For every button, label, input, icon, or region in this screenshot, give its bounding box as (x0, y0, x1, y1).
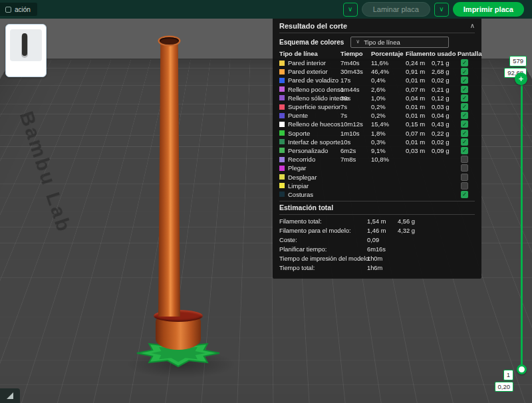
line-type-color-swatch (279, 113, 285, 118)
bambu-studio-window: ación ∨ Laminar placa ∨ Imprimir placa B… (0, 0, 532, 403)
filament-weight-cell: 0,04 g (432, 112, 458, 119)
chevron-down-icon: ∨ (439, 6, 444, 13)
chevron-down-icon: ∨ (356, 39, 360, 45)
visibility-checkbox[interactable]: ✓ (461, 120, 468, 128)
line-type-row: Plegar (279, 164, 475, 172)
visibility-checkbox[interactable] (461, 156, 468, 163)
visibility-cell: ✓ (458, 86, 475, 93)
visibility-cell: ✓ (458, 120, 475, 128)
visibility-cell: ✓ (458, 94, 475, 102)
total-value-1: 1,46 m (367, 227, 398, 234)
add-color-change-button[interactable]: + (515, 72, 527, 85)
visibility-cell: ✓ (458, 59, 475, 67)
totals-title: Estimación total (279, 203, 475, 212)
top-bar: ación ∨ Laminar placa ∨ Imprimir placa (0, 0, 532, 19)
visibility-checkbox[interactable] (461, 174, 468, 181)
percentage-cell: 46,4% (371, 68, 406, 75)
time-cell: 6m2s (340, 147, 371, 154)
model-top-opening (160, 37, 179, 45)
divider (279, 33, 475, 33)
line-type-label: Plegar (288, 164, 306, 172)
time-cell: 7m40s (340, 59, 371, 67)
slice-plate-button[interactable]: Laminar placa (362, 2, 430, 17)
visibility-checkbox[interactable]: ✓ (461, 59, 468, 67)
line-type-name-cell: Desplegar (279, 174, 340, 181)
layer-slider-bottom-handle[interactable] (517, 364, 527, 374)
line-type-name-cell: Plegar (279, 164, 340, 172)
measure-tool-button[interactable] (0, 388, 20, 403)
line-type-name-cell: Costuras (279, 191, 340, 198)
bottom-layer-height: 0,20 (495, 382, 514, 392)
preview-tab[interactable]: ación (0, 3, 37, 16)
divider (279, 214, 475, 215)
visibility-checkbox[interactable]: ✓ (461, 94, 468, 102)
line-type-color-swatch (279, 86, 285, 92)
line-type-color-swatch (279, 122, 285, 127)
line-type-name-cell: Pared de voladizo (279, 76, 340, 84)
visibility-checkbox[interactable]: ✓ (461, 130, 468, 137)
total-label: Filamento total: (279, 218, 367, 225)
line-type-color-swatch (279, 95, 285, 100)
layer-slider-track[interactable] (521, 80, 523, 368)
visibility-checkbox[interactable]: ✓ (461, 191, 468, 198)
visibility-cell: ✓ (458, 191, 475, 198)
line-type-color-swatch (279, 104, 285, 110)
line-type-color-swatch (279, 166, 285, 171)
model-cylinder[interactable] (158, 41, 180, 317)
print-plate-button[interactable]: Imprimir placa (453, 2, 524, 17)
line-type-color-swatch (279, 183, 285, 188)
visibility-checkbox[interactable]: ✓ (461, 147, 468, 154)
visibility-checkbox[interactable]: ✓ (461, 68, 468, 75)
line-type-color-swatch (279, 61, 285, 66)
visibility-cell: ✓ (458, 103, 475, 110)
line-type-row: Pared de voladizo17s0,4%0,01 m0,02 g✓ (279, 76, 475, 84)
top-layer-number: 579 (509, 56, 527, 67)
print-options-button[interactable]: ∨ (434, 3, 449, 17)
line-type-name-cell: Relleno de huecos (279, 120, 340, 128)
line-type-name-cell: Recorrido (279, 156, 340, 163)
visibility-checkbox[interactable]: ✓ (461, 112, 468, 119)
total-row: Tiempo de impresión del modelo:1h0m (279, 254, 475, 263)
visibility-checkbox[interactable]: ✓ (461, 86, 468, 93)
line-type-label: Recorrido (288, 156, 315, 163)
visibility-cell (458, 182, 475, 190)
filament-length-cell: 0,01 m (406, 103, 432, 110)
total-label: Coste: (279, 237, 367, 243)
ruler-icon (5, 391, 15, 400)
plus-icon: + (519, 74, 524, 84)
visibility-cell: ✓ (458, 147, 475, 154)
percentage-cell: 0,3% (371, 138, 406, 146)
percentage-cell: 15,4% (371, 120, 406, 128)
time-cell: 1m44s (340, 86, 371, 93)
line-type-name-cell: Relleno sólido interno (279, 94, 340, 102)
filament-length-cell: 0,01 m (406, 112, 432, 119)
line-type-row: Pared interior7m40s11,6%0,24 m0,71 g✓ (279, 59, 475, 67)
line-type-row: Costuras✓ (279, 190, 475, 199)
line-type-label: Limpiar (288, 182, 309, 190)
line-type-name-cell: Interfaz de soporte (279, 138, 340, 146)
line-type-label: Superficie superior (288, 103, 340, 110)
filament-length-cell: 0,24 m (406, 59, 432, 67)
line-type-label: Personalizado (288, 147, 328, 154)
panel-header: Resultado del corte ∧ (279, 21, 475, 31)
line-type-name-cell: Relleno poco denso (279, 86, 340, 93)
percentage-cell: 1,8% (371, 130, 406, 137)
filament-length-cell: 0,03 m (406, 147, 432, 154)
percentage-cell: 1,0% (371, 94, 406, 102)
column-header-display: Pantalla (458, 50, 475, 57)
visibility-checkbox[interactable] (461, 164, 468, 172)
visibility-checkbox[interactable]: ✓ (461, 76, 468, 84)
plate-thumbnail[interactable] (5, 24, 47, 77)
time-cell: 1m10s (340, 130, 371, 137)
slice-options-button[interactable]: ∨ (343, 3, 358, 17)
total-value-1: 1,54 m (367, 218, 398, 225)
filament-weight-cell: 0,22 g (432, 130, 458, 137)
visibility-checkbox[interactable]: ✓ (461, 103, 468, 110)
total-value-2: 4,32 g (398, 227, 428, 234)
collapse-panel-icon[interactable]: ∧ (470, 23, 475, 29)
thumbnail-model-silhouette (22, 33, 27, 56)
line-type-row: Desplegar (279, 172, 475, 181)
visibility-checkbox[interactable]: ✓ (461, 138, 468, 146)
color-scheme-dropdown[interactable]: ∨ Tipo de línea (350, 37, 449, 48)
visibility-checkbox[interactable] (461, 182, 468, 190)
